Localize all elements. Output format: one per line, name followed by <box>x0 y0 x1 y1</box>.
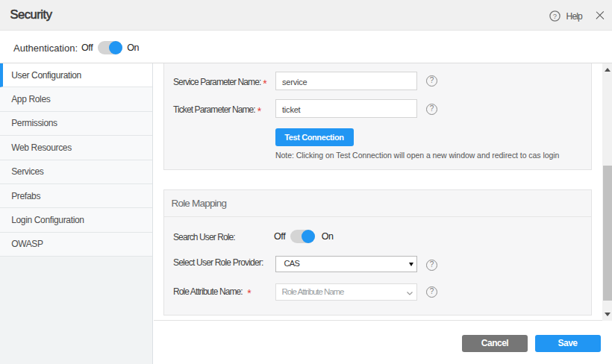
svg-text:?: ? <box>553 12 557 20</box>
